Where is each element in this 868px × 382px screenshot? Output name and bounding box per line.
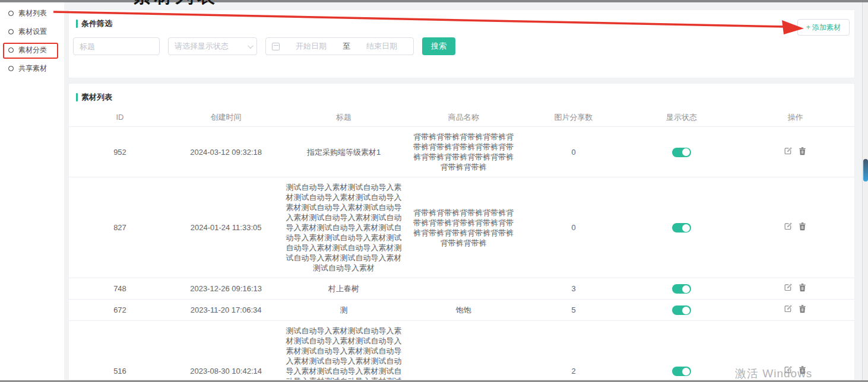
row-created-cell: 2023-08-30 10:42:14 xyxy=(171,366,281,376)
row-actions xyxy=(784,222,807,231)
start-date-placeholder: 开始日期 xyxy=(286,41,337,52)
edit-icon[interactable] xyxy=(784,304,793,313)
vertical-scrollbar[interactable] xyxy=(862,2,868,380)
row-created-cell: 2023-12-26 09:16:13 xyxy=(171,284,281,294)
row-id-cell: 672 xyxy=(69,305,171,315)
sidebar-item-material-category[interactable]: 素材分类 xyxy=(0,41,64,59)
column-header-title: 标题 xyxy=(281,112,407,122)
row-product-cell: 背带裤背带裤背带裤背带裤背带裤背带裤背带裤背带裤背带裤背带裤背带裤背带裤背带裤背… xyxy=(407,132,521,172)
sidebar-item-shared-material[interactable]: 共享素材 xyxy=(0,59,64,78)
main-content: 条件筛选 请选择显示状态 开始日期 至 结束日期 搜索 + 添加素材 xyxy=(64,2,862,382)
row-actions xyxy=(784,304,807,313)
row-created-cell: 2023-11-20 17:06:34 xyxy=(171,305,281,315)
delete-icon[interactable] xyxy=(798,222,807,231)
sidebar-item-label: 素材设置 xyxy=(18,27,47,37)
section-accent-bar xyxy=(76,20,78,28)
window-top-edge xyxy=(0,0,868,2)
edit-icon[interactable] xyxy=(784,283,793,292)
row-created-cell: 2024-03-12 09:32:18 xyxy=(171,147,281,157)
row-product-cell: 饱饱 xyxy=(407,305,521,315)
date-range-separator: 至 xyxy=(343,41,350,52)
sidebar-item-label: 素材列表 xyxy=(18,8,47,18)
section-accent-bar xyxy=(76,93,78,101)
sidebar-item-label: 素材分类 xyxy=(18,45,47,55)
row-actions-cell xyxy=(737,222,854,233)
table-row: 672 2023-11-20 17:06:34 测 饱饱 5 xyxy=(69,300,854,321)
cropped-page-title-text: 素材列表 xyxy=(133,0,299,5)
row-shares-cell: 0 xyxy=(521,147,627,157)
column-header-product: 商品名称 xyxy=(407,112,521,122)
edit-icon[interactable] xyxy=(784,222,793,231)
filter-row: 请选择显示状态 开始日期 至 结束日期 搜索 xyxy=(73,37,455,55)
row-product-cell: 背带裤背带裤背带裤背带裤背带裤背带裤背带裤背带裤背带裤背带裤背带裤背带裤背带裤背… xyxy=(407,208,521,248)
status-toggle[interactable] xyxy=(672,148,691,157)
status-toggle[interactable] xyxy=(672,223,691,233)
row-status-cell xyxy=(626,366,736,377)
toggle-knob xyxy=(682,285,690,293)
table-section-header: 素材列表 xyxy=(69,84,854,103)
row-actions-cell xyxy=(737,304,854,316)
row-title-cell: 村上春树 xyxy=(281,284,407,294)
row-actions-cell xyxy=(737,147,854,158)
row-status-cell xyxy=(626,147,736,157)
date-range-picker[interactable]: 开始日期 至 结束日期 xyxy=(265,37,414,55)
status-filter-select[interactable]: 请选择显示状态 xyxy=(168,37,257,55)
sidebar-item-material-settings[interactable]: 素材设置 xyxy=(0,23,64,41)
row-status-cell xyxy=(626,305,736,316)
row-shares-cell: 2 xyxy=(521,366,627,376)
sidebar-item-label: 共享素材 xyxy=(18,63,47,74)
column-header-status: 显示状态 xyxy=(626,112,736,122)
cropped-page-title: 素材列表 xyxy=(133,0,299,5)
row-title-cell: 指定采购端等级素材1 xyxy=(281,147,407,157)
table-row: 952 2024-03-12 09:32:18 指定采购端等级素材1 背带裤背带… xyxy=(69,127,854,177)
row-shares-cell: 0 xyxy=(521,222,627,233)
table-body: 952 2024-03-12 09:32:18 指定采购端等级素材1 背带裤背带… xyxy=(69,127,854,380)
title-filter-input[interactable] xyxy=(74,42,159,51)
add-material-button[interactable]: + 添加素材 xyxy=(797,19,850,36)
screen: 素材列表 素材列表 素材设置 素材分类 共享素材 条件筛选 xyxy=(0,0,868,382)
filter-section-title: 条件筛选 xyxy=(81,18,112,29)
sidebar-item-material-list[interactable]: 素材列表 xyxy=(0,4,64,23)
row-shares-cell: 3 xyxy=(521,284,627,294)
status-toggle[interactable] xyxy=(672,367,691,376)
circle-icon xyxy=(8,66,14,71)
circle-icon xyxy=(8,29,14,34)
calendar-icon xyxy=(272,43,280,50)
search-button[interactable]: 搜索 xyxy=(422,37,455,55)
row-id-cell: 516 xyxy=(69,366,171,376)
delete-icon[interactable] xyxy=(798,304,807,313)
row-created-cell: 2024-01-24 11:33:05 xyxy=(171,222,281,233)
column-header-id: ID xyxy=(69,112,171,122)
row-actions-cell xyxy=(737,283,854,294)
scrollbar-thumb[interactable] xyxy=(863,159,868,182)
row-title-cell: 测试自动导入素材测试自动导入素材测试自动导入素材测试自动导入素材测试自动导入素材… xyxy=(281,326,407,380)
row-title-cell: 测 xyxy=(281,305,407,315)
status-toggle[interactable] xyxy=(672,305,691,315)
table-row: 827 2024-01-24 11:33:05 测试自动导入素材测试自动导入素材… xyxy=(69,177,854,278)
filter-section-header: 条件筛选 xyxy=(69,10,854,29)
row-actions xyxy=(784,283,807,292)
material-table: ID 创建时间 标题 商品名称 图片分享数 显示状态 操作 952 2024-0… xyxy=(69,107,854,380)
activate-windows-watermark: 激活 Windows xyxy=(735,366,812,381)
toggle-knob xyxy=(682,224,690,232)
status-select-placeholder: 请选择显示状态 xyxy=(175,41,229,52)
circle-icon xyxy=(8,11,14,16)
delete-icon[interactable] xyxy=(798,147,807,155)
toggle-knob xyxy=(682,307,690,314)
circle-icon xyxy=(8,47,14,53)
row-actions xyxy=(784,147,807,155)
edit-icon[interactable] xyxy=(784,147,793,155)
toggle-knob xyxy=(682,148,690,156)
end-date-placeholder: 结束日期 xyxy=(356,41,407,52)
row-id-cell: 952 xyxy=(69,147,171,157)
row-status-cell xyxy=(626,222,736,233)
filter-card: 条件筛选 请选择显示状态 开始日期 至 结束日期 搜索 + 添加素材 xyxy=(68,9,855,78)
status-toggle[interactable] xyxy=(672,284,691,294)
row-shares-cell: 5 xyxy=(521,305,627,315)
row-id-cell: 748 xyxy=(69,284,171,294)
chevron-down-icon xyxy=(248,43,254,49)
column-header-shares: 图片分享数 xyxy=(521,112,627,122)
row-title-cell: 测试自动导入素材测试自动导入素材测试自动导入素材测试自动导入素材测试自动导入素材… xyxy=(281,182,407,273)
delete-icon[interactable] xyxy=(798,283,807,292)
sidebar: 素材列表 素材设置 素材分类 共享素材 xyxy=(0,2,64,382)
